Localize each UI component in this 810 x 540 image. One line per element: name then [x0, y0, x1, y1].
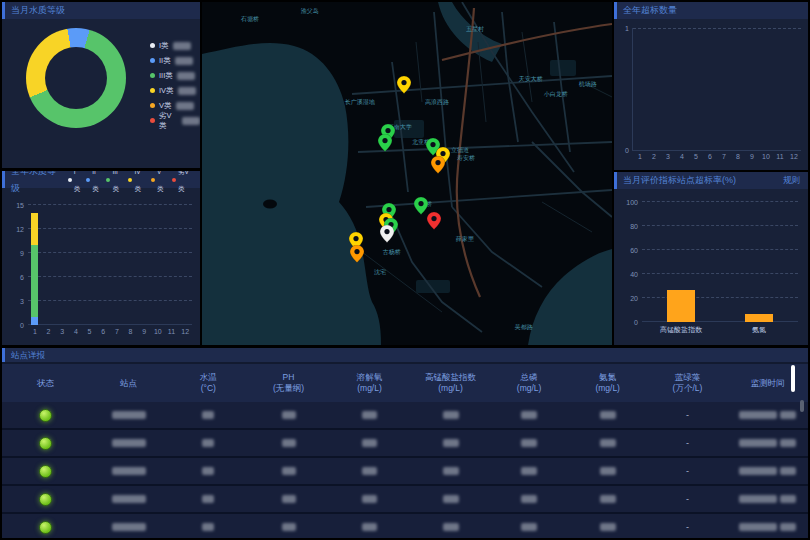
table-cell — [411, 467, 491, 475]
table-scrollbar-thumb[interactable] — [791, 365, 795, 392]
censored-value — [182, 117, 200, 125]
table-row[interactable]: - — [2, 430, 808, 458]
legend-item: IV类 — [128, 171, 146, 188]
censored-value — [112, 495, 146, 503]
censored-value — [202, 495, 214, 503]
column-header-line2: (无量纲) — [273, 383, 304, 394]
gridline: 9 — [28, 252, 192, 253]
x-axis-tick: 6 — [708, 153, 712, 160]
legend-dot — [151, 178, 155, 182]
algae-value: - — [686, 410, 689, 420]
table-row[interactable]: - — [2, 514, 808, 538]
status-dot-green — [39, 521, 52, 534]
table-cell — [168, 439, 249, 447]
x-axis-tick: 12 — [181, 328, 189, 335]
map-place-label: 古杨桥 — [383, 248, 401, 257]
table-cell: - — [648, 410, 728, 420]
table-cell — [2, 437, 89, 450]
gridline: 15 — [28, 204, 192, 205]
stacked-bar-segment[interactable] — [31, 317, 38, 325]
legend-item: V类 — [151, 171, 167, 188]
legend-item: III类 — [106, 171, 123, 188]
table-row[interactable]: - — [2, 402, 808, 430]
x-axis-tick: 12 — [790, 153, 798, 160]
column-header: 监测时间 — [727, 364, 808, 402]
x-axis-tick: 4 — [680, 153, 684, 160]
map-pin-icon[interactable] — [427, 212, 441, 230]
column-header-line1: 氨氮 — [599, 372, 616, 383]
panel-annual-grade-header: 全年水质等级 I类II类III类IV类V类劣V类 — [2, 171, 200, 188]
donut-hole — [45, 47, 107, 109]
censored-value — [362, 439, 377, 447]
panel-title: 全年水质等级 — [11, 171, 63, 197]
y-axis-tick: 0 — [20, 322, 24, 329]
map-pin-icon[interactable] — [350, 245, 364, 263]
monthly-grade-donut-chart — [26, 28, 126, 128]
table-cell — [89, 439, 168, 447]
panel-monthly-rate: 当月评价指标站点超标率(%) 规则 020406080100高锰酸盐指数氨氮 — [614, 172, 808, 345]
censored-value — [282, 411, 296, 419]
censored-value — [780, 495, 796, 503]
map-pin-icon[interactable] — [378, 134, 392, 152]
gridline: 40 — [642, 273, 798, 274]
censored-value — [282, 523, 296, 531]
table-cell — [168, 411, 249, 419]
table-cell — [490, 439, 567, 447]
table-cell — [490, 467, 567, 475]
censored-value — [600, 439, 616, 447]
gridline: 80 — [642, 225, 798, 226]
censored-value — [362, 467, 377, 475]
table-row[interactable]: - — [2, 458, 808, 486]
x-axis-tick: 5 — [88, 328, 92, 335]
legend-label: I类 — [74, 171, 82, 197]
censored-value — [202, 523, 214, 531]
column-header: 站点 — [89, 364, 168, 402]
gridline: 3 — [28, 300, 192, 301]
table-cell — [249, 495, 329, 503]
stacked-bar-segment[interactable] — [31, 213, 38, 245]
column-header-line1: 监测时间 — [751, 378, 785, 389]
column-header-line2: (mg/L) — [438, 383, 463, 394]
map-place-label: 吴都路 — [515, 323, 533, 332]
y-axis-tick: 1 — [625, 25, 629, 32]
column-header-line1: 高锰酸盐指数 — [425, 372, 476, 383]
table-cell: - — [648, 466, 728, 476]
y-axis-tick: 15 — [16, 202, 24, 209]
censored-value — [739, 523, 777, 531]
legend-dot — [150, 103, 155, 108]
table-cell — [328, 523, 410, 531]
x-axis-tick: 11 — [168, 328, 175, 335]
table-cell — [411, 495, 491, 503]
legend-label: IV类 — [134, 171, 146, 197]
map-pin-icon[interactable] — [431, 156, 445, 174]
panel-scrollbar-thumb[interactable] — [800, 400, 804, 412]
map-pin-icon[interactable] — [380, 225, 394, 243]
map[interactable]: 石塘桥渔父岛五星村高浪西路长广溪湿地江南大学北亚桥立德道寿安桥天安大桥小白龙桥机… — [202, 2, 612, 345]
gridline: 20 — [642, 297, 798, 298]
rate-bar[interactable] — [667, 290, 695, 322]
table-row[interactable]: - — [2, 486, 808, 514]
column-header-line1: 蓝绿藻 — [675, 372, 701, 383]
map-pin-icon[interactable] — [397, 76, 411, 94]
y-axis-tick: 100 — [626, 199, 638, 206]
censored-value — [202, 411, 214, 419]
column-header: 蓝绿藻(万个/L) — [648, 364, 728, 402]
censored-value — [362, 495, 377, 503]
censored-value — [600, 467, 616, 475]
map-pin-icon[interactable] — [414, 197, 428, 215]
legend-item: I类 — [68, 171, 82, 188]
x-axis-tick: 3 — [60, 328, 64, 335]
stacked-bar-segment[interactable] — [31, 245, 38, 317]
legend-dot — [150, 88, 155, 93]
map-place-label: 沈宅 — [374, 267, 386, 276]
table-cell — [328, 439, 410, 447]
table-cell — [568, 411, 648, 419]
column-header-line1: 状态 — [37, 378, 54, 389]
panel-title: 全年超标数量 — [623, 2, 677, 19]
rules-link[interactable]: 规则 — [783, 172, 800, 189]
legend-item: II类 — [150, 53, 200, 68]
column-header-line2: (mg/L) — [595, 383, 620, 394]
censored-value — [112, 467, 146, 475]
rate-bar[interactable] — [745, 314, 773, 322]
censored-value — [175, 57, 193, 65]
